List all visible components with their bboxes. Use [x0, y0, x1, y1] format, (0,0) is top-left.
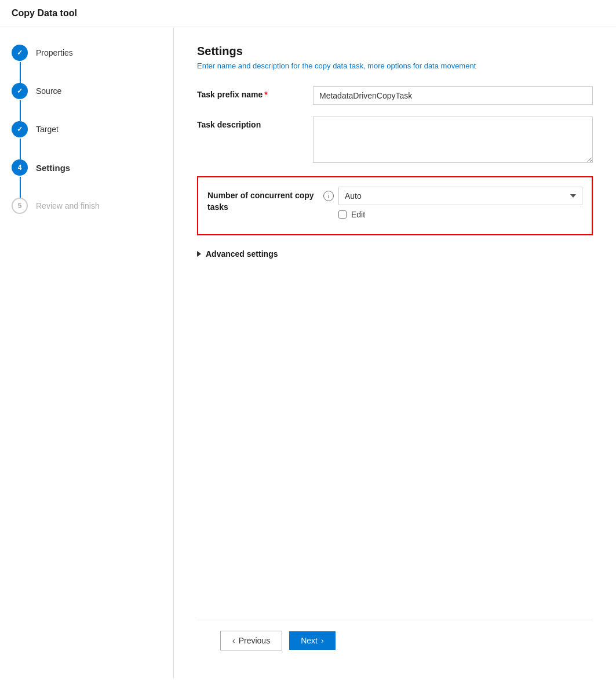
section-subtitle: Enter name and description for the copy … — [197, 61, 593, 70]
main-content: Settings Enter name and description for … — [174, 27, 616, 678]
info-dropdown-row: i Auto 1 2 4 8 16 — [323, 187, 582, 205]
edit-checkbox[interactable] — [338, 210, 347, 219]
step-label-target: Target — [36, 125, 59, 134]
edit-row: Edit — [338, 210, 582, 219]
step-item-source[interactable]: ✓ Source — [12, 83, 162, 99]
step-label-settings: Settings — [36, 163, 70, 173]
app-title: Copy Data tool — [0, 0, 616, 27]
step-circle-properties: ✓ — [12, 45, 28, 61]
concurrent-controls: i Auto 1 2 4 8 16 Edit — [323, 187, 582, 219]
info-icon: i — [323, 191, 334, 201]
concurrent-section: Number of concurrent copy tasks i Auto 1… — [197, 176, 593, 235]
footer: ‹ Previous Next › — [197, 620, 593, 661]
concurrent-dropdown[interactable]: Auto 1 2 4 8 16 — [338, 187, 582, 205]
next-button[interactable]: Next › — [289, 631, 335, 650]
section-title: Settings — [197, 45, 593, 58]
step-circle-review: 5 — [12, 198, 28, 214]
chevron-left-icon: ‹ — [232, 636, 235, 645]
task-description-control — [313, 117, 593, 165]
chevron-right-icon — [197, 251, 201, 257]
sidebar: ✓ Properties ✓ Source ✓ Target 4 Setting… — [0, 27, 174, 678]
step-item-target[interactable]: ✓ Target — [12, 121, 162, 137]
concurrent-row: Number of concurrent copy tasks i Auto 1… — [207, 187, 582, 219]
task-prefix-input[interactable] — [313, 86, 593, 105]
chevron-right-icon: › — [321, 636, 324, 645]
advanced-settings-row[interactable]: Advanced settings — [197, 249, 593, 259]
step-circle-settings: 4 — [12, 159, 28, 176]
task-description-row: Task description — [197, 117, 593, 165]
next-label: Next — [301, 636, 318, 645]
step-item-settings[interactable]: 4 Settings — [12, 159, 162, 176]
concurrent-label: Number of concurrent copy tasks — [207, 187, 323, 213]
step-label-source: Source — [36, 86, 61, 96]
required-star: * — [264, 90, 267, 99]
step-item-review[interactable]: 5 Review and finish — [12, 198, 162, 214]
step-label-properties: Properties — [36, 48, 73, 57]
task-prefix-label: Task prefix name* — [197, 86, 313, 99]
edit-label: Edit — [351, 210, 365, 219]
step-circle-source: ✓ — [12, 83, 28, 99]
advanced-settings-label: Advanced settings — [206, 249, 278, 259]
task-prefix-row: Task prefix name* — [197, 86, 593, 105]
previous-button[interactable]: ‹ Previous — [220, 631, 282, 650]
task-prefix-control — [313, 86, 593, 105]
task-description-input[interactable] — [313, 117, 593, 163]
step-label-review: Review and finish — [36, 201, 100, 210]
task-description-label: Task description — [197, 117, 313, 129]
step-circle-target: ✓ — [12, 121, 28, 137]
previous-label: Previous — [239, 636, 270, 645]
step-list: ✓ Properties ✓ Source ✓ Target 4 Setting… — [12, 45, 162, 214]
step-item-properties[interactable]: ✓ Properties — [12, 45, 162, 61]
